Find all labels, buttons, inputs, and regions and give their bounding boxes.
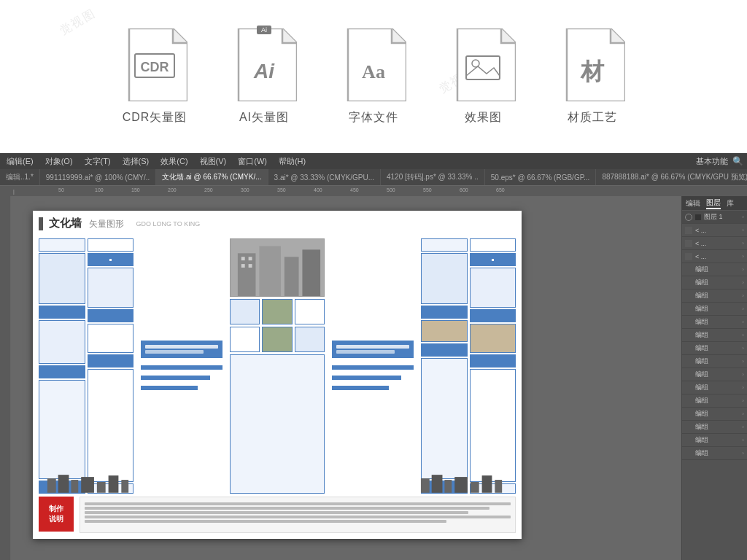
layer-sub-5[interactable]: 编组 › [682,276,747,289]
layer-arrow-g6[interactable]: › [742,332,744,338]
layer-sub-14[interactable]: 编组 › [682,394,747,408]
layer-thumb [685,450,692,457]
notice-text-box [80,497,516,533]
col-1b [88,238,134,494]
layer-arrow-g9[interactable]: › [742,371,744,378]
menu-view[interactable]: 视图(V) [197,156,230,167]
layer-sub-10[interactable]: 编组 › [682,342,747,355]
layer-arrow-g10[interactable]: › [742,384,744,391]
layer-thumb [685,253,692,260]
cell-5a-2 [421,253,468,304]
tab-3[interactable]: 3.ai* @ 33.33% (CMYK/GPU... [268,169,381,185]
layer-sub-18[interactable]: 编组 › [682,447,747,460]
layer-sub-11[interactable]: 编组 › [682,355,747,368]
layer-thumb [685,358,692,365]
layer-sub-3[interactable]: < ... › [682,250,747,263]
tab-0[interactable]: 编辑..1.* [0,169,40,185]
layer-arrow-g4[interactable]: › [742,306,744,312]
layer-expand-icon[interactable]: › [742,214,744,220]
layer-color-dot [695,214,701,220]
layer-sub-15[interactable]: 编组 › [682,408,747,421]
panel-tab-library[interactable]: 库 [727,198,734,209]
layer-main[interactable]: 图层 1 › [682,211,747,224]
text-line-b4 [332,386,389,390]
tab-6[interactable]: 887888188.ai* @ 66.67% (CMYK/GPU 预览) [596,169,747,185]
layer-sub-16[interactable]: 编组 › [682,421,747,434]
layer-arrow-g1[interactable]: › [742,266,744,273]
tab-1[interactable]: 991119999.ai* @ 100% (CMY/.. [40,169,156,185]
layer-sub-17[interactable]: 编组 › [682,434,747,447]
layer-arrow-g13[interactable]: › [742,424,744,430]
tab-5[interactable]: 50.eps* @ 66.67% (RGB/GP... [485,169,597,185]
layer-sub-4[interactable]: 编组 › [682,263,747,276]
canvas-main[interactable]: 觉视图 文化墙 矢量图形 GDO LONG TO KING [11,196,681,560]
panel-tab-layers[interactable]: 图层 [706,198,721,209]
menu-window[interactable]: 窗口(W) [235,156,270,167]
menu-object[interactable]: 对象(O) [42,156,76,167]
layer-arrow-3[interactable]: › [742,253,744,260]
layer-sub-1[interactable]: < ... › [682,224,747,237]
layer-sub-2[interactable]: < ... › [682,237,747,250]
file-icon-font: Aa 字体文件 [341,28,406,125]
tab-active[interactable]: 文化墙.ai @ 66.67% (CMYK/... [156,169,268,185]
canvas-area: 觉视图 文化墙 矢量图形 GDO LONG TO KING [0,196,747,560]
search-icon[interactable]: 🔍 [732,156,743,166]
layer-thumb [685,279,692,287]
layer-arrow-g15[interactable]: › [742,450,744,456]
layer-thumb [685,371,692,378]
layer-thumb [685,266,692,273]
tab-4[interactable]: 4120 [转码].ps* @ 33.33% .. [381,169,485,185]
menu-edit[interactable]: 编辑(E) [4,156,36,167]
image-placeholder [230,238,325,297]
layer-name-g1: 编组 [695,265,739,274]
menu-help[interactable]: 帮助(H) [276,156,309,167]
menu-bar: 编辑(E) 对象(O) 文字(T) 选择(S) 效果(C) 视图(V) 窗口(W… [0,153,747,169]
tabs-bar: 编辑..1.* 991119999.ai* @ 100% (CMY/.. 文化墙… [0,169,747,185]
cdr-file-icon: CDR [122,28,187,101]
layer-arrow-g2[interactable]: › [742,279,744,286]
right-panel: 编辑 图层 库 图层 1 › < ... › [681,196,747,560]
layer-arrow-g8[interactable]: › [742,358,744,365]
layer-name-g14: 编组 [695,435,739,445]
top-section: 觉视图 觉视图 觉视图 CDR CDR矢量图 Ai Ai AI矢量图 [0,0,747,153]
layer-sub-7[interactable]: 编组 › [682,303,747,316]
layer-arrow-1[interactable]: › [742,227,744,233]
cell-5a-6 [421,358,468,479]
menu-effect[interactable]: 效果(C) [158,156,190,167]
menu-type[interactable]: 文字(T) [82,156,114,167]
layer-sub-8[interactable]: 编组 › [682,316,747,329]
text-line [336,350,395,354]
svg-rect-19 [81,477,94,493]
cell-5a-3 [421,306,468,319]
layer-sub-9[interactable]: 编组 › [682,329,747,342]
layer-sub-12[interactable]: 编组 › [682,368,747,381]
horizontal-ruler: | 50 100 150 200 250 300 350 400 450 500… [0,185,747,196]
cell-1b-6 [88,354,134,368]
layer-name-g8: 编组 [695,357,739,366]
layer-arrow-2[interactable]: › [742,240,744,246]
layer-arrow-g12[interactable]: › [742,411,744,417]
svg-rect-28 [482,475,492,493]
city-right [417,471,511,493]
layer-sub-13[interactable]: 编组 › [682,381,747,394]
svg-rect-8 [238,253,256,296]
layer-arrow-g3[interactable]: › [742,292,744,299]
svg-rect-24 [432,475,443,493]
sg2-1 [230,327,260,352]
panel-tab-edit[interactable]: 编辑 [686,198,700,209]
layer-name-g7: 编组 [695,343,739,353]
artboard: 文化墙 矢量图形 GDO LONG TO KING [33,211,522,539]
layer-arrow-g7[interactable]: › [742,345,744,351]
col-5b [470,238,516,494]
layer-arrow-g14[interactable]: › [742,437,744,443]
text-line-b2 [332,365,414,370]
cell-5a-4 [421,320,468,342]
layer-eye-icon[interactable] [685,214,692,221]
title-bar-accent [39,217,43,230]
layer-arrow-g11[interactable]: › [742,397,744,404]
col-1a [39,238,85,494]
layer-sub-6[interactable]: 编组 › [682,289,747,303]
layer-arrow-g5[interactable]: › [742,319,744,325]
menu-select[interactable]: 选择(S) [120,156,152,167]
cell-1b-3 [88,268,134,308]
